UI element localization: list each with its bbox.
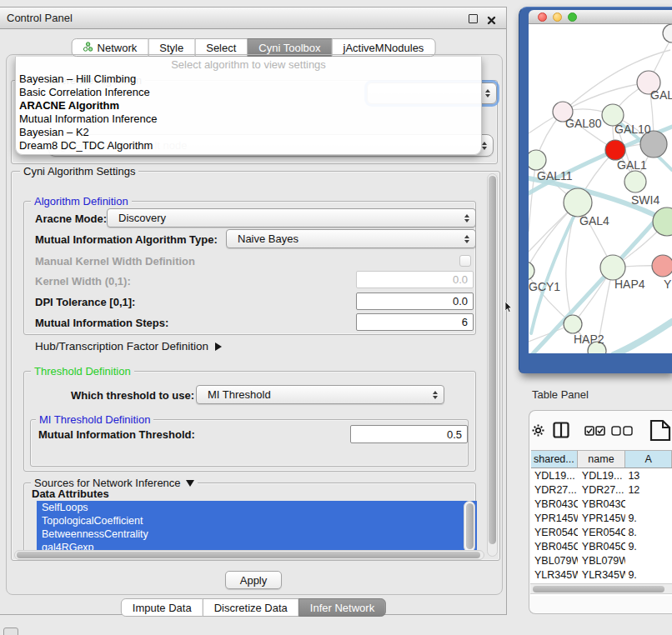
tab-impute-data[interactable]: Impute Data [121,598,203,617]
mi-threshold-label: Mutual Information Threshold: [38,428,195,441]
split-panel-icon[interactable] [553,422,569,442]
table-body: YDL19...YDL19...13YDR27...YDR27...12YBR0… [531,468,672,596]
mi-type-combobox[interactable]: Naive Bayes [226,229,476,248]
network-node[interactable] [624,171,646,192]
aracne-mode-label: Aracne Mode: [35,212,107,225]
minimize-traffic-light-icon[interactable] [553,12,562,22]
attributes-scrollbar-thumb[interactable] [466,503,474,549]
control-panel-titlebar[interactable]: Control Panel [0,8,506,29]
algorithm-option[interactable]: ARACNE Algorithm [16,99,481,112]
algorithm-option[interactable]: Bayesian – Hill Climbing [16,72,481,86]
table-row[interactable]: YDR27...YDR27...12 [531,482,672,497]
table-horizontal-scrollbar[interactable] [530,583,672,594]
column-header[interactable]: shared... [531,451,578,468]
table-cell: YDL19... [578,468,626,482]
node-label: HAP4 [614,278,645,291]
hub-definition-label: Hub/Transcription Factor Definition [35,340,208,352]
node-label: GAL10 [614,122,651,136]
network-window-titlebar[interactable] [529,10,672,24]
table-panel-title: Table Panel [532,388,589,401]
table-cell: YDL19... [531,468,578,482]
table-row[interactable]: YBR045CYBR045C9. [531,539,672,553]
table-cell: YPR145W [578,511,626,525]
tab-label: Style [159,42,183,54]
algorithm-option[interactable]: Basic Correlation Inference [16,86,481,99]
mi-threshold-group-title: MI Threshold Definition [36,413,153,426]
settings-vertical-scrollbar[interactable] [487,173,498,557]
float-icon[interactable] [469,14,478,23]
settings-horizontal-scrollbar[interactable] [14,550,484,560]
node-label: SWI4 [631,193,659,207]
data-attribute-item[interactable]: TopologicalCoefficient [37,514,477,528]
combo-arrows-icon [464,235,469,243]
network-node[interactable] [663,24,672,42]
algorithm-option[interactable]: Mutual Information Inference [16,112,481,126]
close-traffic-light-icon[interactable] [538,12,547,22]
network-node[interactable] [653,208,672,236]
tab-label: Cyni Toolbox [258,42,320,54]
tab-infer-network[interactable]: Infer Network [298,598,386,617]
apply-button-label: Apply [240,574,268,587]
network-node[interactable] [564,188,592,217]
node-label: GCY1 [529,280,560,293]
table-row[interactable]: YDL19...YDL19...13 [531,468,672,482]
desktop: Control Panel Network Style Select Cyni … [0,0,672,635]
hub-definition-toggle[interactable]: Hub/Transcription Factor Definition [35,340,222,352]
minimized-panel-button[interactable] [3,628,18,635]
table-cell: YBR043C [531,497,578,511]
network-edge [529,160,536,232]
table-horizontal-scrollbar-thumb[interactable] [533,586,664,592]
algorithm-option[interactable]: Dream8 DC_TDC Algorithm [16,139,481,152]
node-label: HAP2 [574,332,604,346]
attributes-vertical-scrollbar[interactable] [464,501,475,552]
table-cell: YBR043C [578,497,626,511]
network-node[interactable] [529,262,534,280]
table-row[interactable]: YER054CYER054C8. [531,525,672,539]
mi-steps-field[interactable]: 6 [356,313,474,331]
network-node[interactable] [600,255,625,280]
table-cell: YLR345W [578,568,626,582]
network-node[interactable] [605,140,625,160]
column-header[interactable]: name [578,451,625,468]
network-node[interactable] [652,255,672,277]
network-edge-highlighted [614,322,672,353]
data-attribute-item[interactable]: SelfLoops [37,501,477,514]
algorithm-dropdown-popup: Select algorithm to view settings Bayesi… [15,57,482,155]
table-row[interactable]: YBL079WYBL079W [531,553,672,568]
zoom-traffic-light-icon[interactable] [568,12,577,22]
tab-label: Impute Data [133,602,192,614]
settings-horizontal-scrollbar-thumb[interactable] [17,552,480,558]
algorithm-option[interactable]: Bayesian – K2 [16,126,481,139]
gear-icon[interactable] [532,424,544,440]
data-attributes-list[interactable]: SelfLoopsTopologicalCoefficientBetweenne… [37,501,477,553]
tab-discretize-data[interactable]: Discretize Data [203,598,299,617]
tab-label: Infer Network [310,602,374,614]
table-row[interactable]: YPR145WYPR145W9. [531,511,672,525]
deselect-all-checkboxes-icon[interactable] [611,425,633,440]
new-document-icon[interactable] [649,419,672,445]
settings-vertical-scrollbar-thumb[interactable] [489,176,496,544]
column-header[interactable]: A [625,451,672,468]
network-canvas[interactable]: GALGAL80GAL10GAL1GAL11SWI4GAL4HAP4YGCY1H… [529,24,672,353]
select-all-checkboxes-icon[interactable] [584,425,605,440]
mi-type-label: Mutual Information Algorithm Type: [35,233,218,246]
data-attributes-items: SelfLoopsTopologicalCoefficientBetweenne… [37,501,477,553]
table-cell: 12 [625,482,672,497]
table-row[interactable]: YBR043CYBR043C [531,497,672,511]
mi-threshold-field[interactable]: 0.5 [350,425,468,443]
kernel-width-label: Kernel Width (0,1): [35,275,131,288]
aracne-mode-combobox[interactable]: Discovery [107,208,476,228]
apply-button[interactable]: Apply [225,571,282,589]
table-cell: 13 [625,468,672,482]
collapsed-arrow-icon [215,342,222,351]
network-node[interactable] [564,315,582,333]
data-attribute-item[interactable]: BetweennessCentrality [37,528,477,541]
close-icon[interactable] [487,13,496,22]
network-node[interactable] [529,150,546,170]
which-threshold-combobox[interactable]: MI Threshold [196,385,444,404]
table-header-row[interactable]: shared...nameA [531,450,672,468]
dpi-tolerance-field[interactable]: 0.0 [356,292,474,310]
table-row[interactable]: YLR345WYLR345W9. [531,568,672,582]
node-label: GAL1 [617,158,647,172]
manual-kernel-checkbox[interactable] [459,255,471,267]
